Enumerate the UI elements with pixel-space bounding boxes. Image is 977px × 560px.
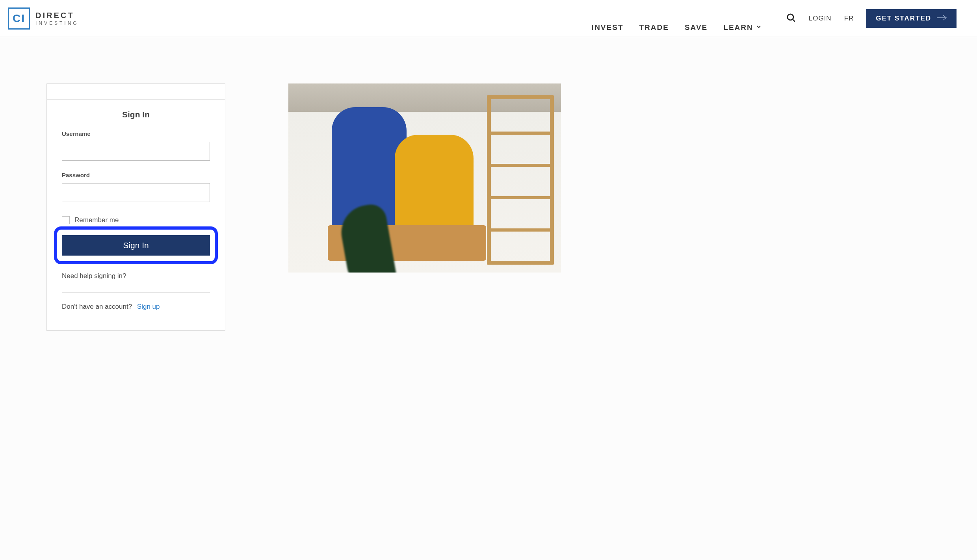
nav-trade[interactable]: TRADE: [639, 23, 669, 32]
signup-link[interactable]: Sign up: [137, 303, 160, 310]
username-input[interactable]: [62, 142, 210, 161]
nav-save[interactable]: SAVE: [685, 23, 708, 32]
nav-learn[interactable]: LEARN: [723, 23, 762, 32]
username-label: Username: [62, 130, 210, 137]
get-started-button[interactable]: GET STARTED: [866, 9, 957, 28]
main-content: Sign In Username Password Remember me Si…: [0, 37, 977, 331]
remember-label: Remember me: [74, 216, 119, 224]
language-fr-link[interactable]: FR: [844, 15, 854, 22]
search-icon[interactable]: [786, 13, 796, 24]
header-controls: LOGIN FR GET STARTED: [786, 9, 957, 28]
chevron-down-icon: [756, 23, 762, 32]
hero-shelf-decor: [487, 95, 554, 265]
remember-row: Remember me: [62, 216, 210, 224]
get-started-label: GET STARTED: [876, 15, 931, 22]
signin-button[interactable]: Sign In: [62, 235, 210, 256]
nav-learn-label: LEARN: [723, 23, 753, 32]
help-signing-in-link[interactable]: Need help signing in?: [62, 272, 126, 281]
header-divider: [774, 8, 774, 29]
username-group: Username: [62, 130, 210, 161]
primary-nav: INVEST TRADE SAVE LEARN: [592, 0, 762, 37]
signin-card: Sign In Username Password Remember me Si…: [46, 83, 225, 331]
svg-line-1: [793, 19, 795, 21]
password-input[interactable]: [62, 183, 210, 202]
signin-card-header: [47, 84, 225, 100]
logo-mark: CI: [8, 7, 30, 30]
svg-point-0: [788, 14, 793, 20]
remember-checkbox[interactable]: [62, 216, 70, 224]
hero-image: [288, 83, 561, 273]
arrow-right-icon: [937, 15, 947, 22]
logo-text-top: DIRECT: [35, 11, 79, 19]
signin-card-body: Sign In Username Password Remember me Si…: [47, 100, 225, 330]
password-group: Password: [62, 172, 210, 202]
card-divider: [62, 292, 210, 293]
login-link[interactable]: LOGIN: [809, 15, 832, 22]
nav-invest[interactable]: INVEST: [592, 23, 624, 32]
signup-row: Don't have an account? Sign up: [62, 303, 210, 311]
logo-text-bottom: INVESTING: [35, 21, 79, 26]
site-logo[interactable]: CI DIRECT INVESTING: [8, 7, 79, 30]
logo-text: DIRECT INVESTING: [35, 11, 79, 26]
signin-button-highlight: Sign In: [54, 226, 218, 264]
password-label: Password: [62, 172, 210, 178]
no-account-text: Don't have an account?: [62, 303, 132, 310]
site-header: CI DIRECT INVESTING INVEST TRADE SAVE LE…: [0, 0, 977, 37]
signin-title: Sign In: [62, 110, 210, 119]
